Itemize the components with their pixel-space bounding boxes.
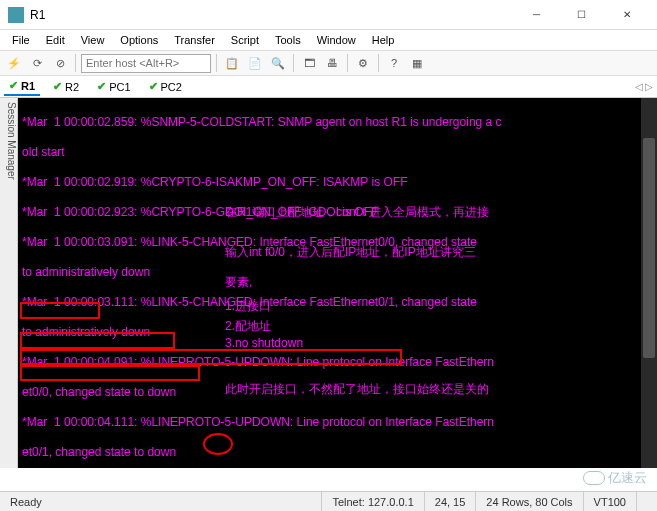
session-manager-sidebar[interactable]: Session Manager [0,98,18,468]
scrollbar[interactable] [641,98,657,468]
menu-file[interactable]: File [6,32,36,48]
paste-icon[interactable]: 📄 [245,53,265,73]
cloud-icon [583,471,605,485]
menu-tools[interactable]: Tools [269,32,307,48]
status-ready: Ready [0,492,322,511]
host-input[interactable] [81,54,211,73]
status-bar: Ready Telnet: 127.0.0.1 24, 15 24 Rows, … [0,491,657,511]
menu-script[interactable]: Script [225,32,265,48]
print-icon[interactable]: 🖶 [322,53,342,73]
disconnect-icon[interactable]: ⊘ [50,53,70,73]
menu-view[interactable]: View [75,32,111,48]
status-size: 24 Rows, 80 Cols [476,492,583,511]
check-icon: ✔ [53,80,62,93]
titlebar: R1 ─ ☐ ✕ [0,0,657,30]
check-icon: ✔ [149,80,158,93]
terminal[interactable]: *Mar 1 00:00:02.859: %SNMP-5-COLDSTART: … [18,98,657,468]
toolbar: ⚡ ⟳ ⊘ 📋 📄 🔍 🗔 🖶 ⚙ ? ▦ [0,50,657,76]
tab-prev-icon[interactable]: ◁ [635,81,643,92]
maximize-button[interactable]: ☐ [559,0,604,30]
find-icon[interactable]: 🔍 [268,53,288,73]
tab-pc2[interactable]: ✔PC2 [144,78,187,95]
help-icon[interactable]: ? [384,53,404,73]
window-title: R1 [30,8,514,22]
props-icon[interactable]: 🗔 [299,53,319,73]
status-emulation: VT100 [584,492,637,511]
minimize-button[interactable]: ─ [514,0,559,30]
watermark: 亿速云 [583,469,647,487]
copy-icon[interactable]: 📋 [222,53,242,73]
menu-edit[interactable]: Edit [40,32,71,48]
menu-help[interactable]: Help [366,32,401,48]
menu-transfer[interactable]: Transfer [168,32,221,48]
tab-r2[interactable]: ✔R2 [48,78,84,95]
close-button[interactable]: ✕ [604,0,649,30]
check-icon: ✔ [9,79,18,92]
connect-icon[interactable]: ⚡ [4,53,24,73]
tile-icon[interactable]: ▦ [407,53,427,73]
tab-next-icon[interactable]: ▷ [645,81,653,92]
reconnect-icon[interactable]: ⟳ [27,53,47,73]
tab-r1[interactable]: ✔R1 [4,77,40,96]
status-cursor: 24, 15 [425,492,477,511]
tabbar: ✔R1 ✔R2 ✔PC1 ✔PC2 ◁▷ [0,76,657,98]
tab-pc1[interactable]: ✔PC1 [92,78,135,95]
menu-options[interactable]: Options [114,32,164,48]
options-icon[interactable]: ⚙ [353,53,373,73]
menu-window[interactable]: Window [311,32,362,48]
app-icon [8,7,24,23]
check-icon: ✔ [97,80,106,93]
scrollbar-thumb[interactable] [643,138,655,358]
menubar: File Edit View Options Transfer Script T… [0,30,657,50]
status-connection: Telnet: 127.0.0.1 [322,492,424,511]
